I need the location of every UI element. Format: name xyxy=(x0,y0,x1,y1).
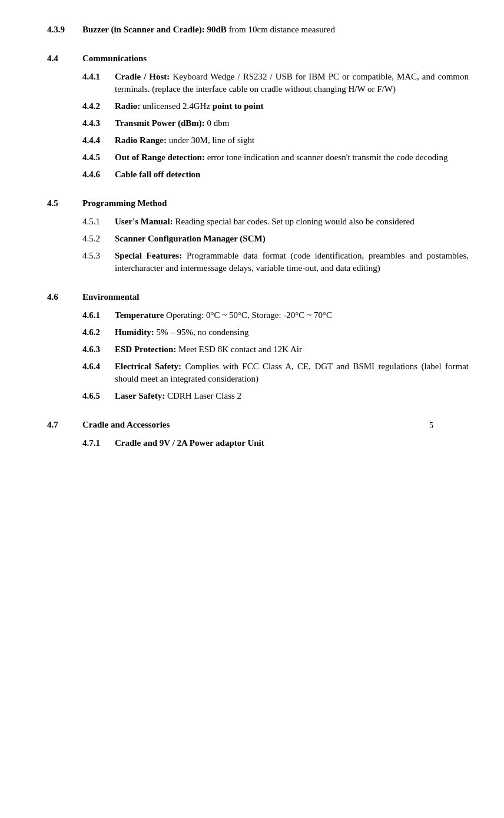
subsection-row-4-7-1: 4.7.1 Cradle and 9V / 2A Power adaptor U… xyxy=(82,437,469,449)
subsection-content-4-5-2: Scanner Configuration Manager (SCM) xyxy=(115,233,469,245)
subsection-row-4-6-4: 4.6.4 Electrical Safety: Complies with F… xyxy=(82,360,469,385)
label-bold-4-5-1: User's Manual: xyxy=(115,217,173,226)
subsection-row-4-6-3: 4.6.3 ESD Protection: Meet ESD 8K contac… xyxy=(82,343,469,356)
subsection-4-5-2: 4.5.2 Scanner Configuration Manager (SCM… xyxy=(82,233,469,245)
subsection-row-4-4-4: 4.4.4 Radio Range: under 30M, line of si… xyxy=(82,134,469,147)
subsection-content-4-5-3: Special Features: Programmable data form… xyxy=(115,250,469,274)
section-4-4: 4.4 Communications 4.4.1 Cradle / Host: … xyxy=(47,52,469,181)
subsection-content-4-4-3: Transmit Power (dBm): 0 dbm xyxy=(115,117,469,130)
label-bold-4-4-4: Radio Range: xyxy=(115,135,167,145)
subsection-content-4-4-4: Radio Range: under 30M, line of sight xyxy=(115,134,469,147)
subsection-4-6-5: 4.6.5 Laser Safety: CDRH Laser Class 2 xyxy=(82,390,469,402)
subsection-num-4-4-6: 4.4.6 xyxy=(82,168,115,181)
section-4-6: 4.6 Environmental 4.6.1 Temperature Oper… xyxy=(47,291,469,402)
label-bold-4-4-3: Transmit Power (dBm): xyxy=(115,118,205,128)
subsection-4-4-5: 4.4.5 Out of Range detection: error tone… xyxy=(82,151,469,164)
subsection-content-4-6-4: Electrical Safety: Complies with FCC Cla… xyxy=(115,360,469,385)
label-bold-4-5-2: Scanner Configuration Manager (SCM) xyxy=(115,234,266,243)
label-bold-4-6-2: Humidity: xyxy=(115,327,154,337)
subsection-num-4-4-3: 4.4.3 xyxy=(82,117,115,130)
subsection-num-4-6-3: 4.6.3 xyxy=(82,343,115,356)
content-4-5-1: Reading special bar codes. Set up clonin… xyxy=(175,217,415,226)
subsection-content-4-7-1: Cradle and 9V / 2A Power adaptor Unit xyxy=(115,437,469,449)
section-title-normal-4-3-9: from 10cm distance measured xyxy=(227,25,335,34)
subsection-4-4-4: 4.4.4 Radio Range: under 30M, line of si… xyxy=(82,134,469,147)
section-title-4-5: Programming Method xyxy=(82,197,167,210)
subsection-4-7-1: 4.7.1 Cradle and 9V / 2A Power adaptor U… xyxy=(82,437,469,449)
subsection-content-4-4-5: Out of Range detection: error tone indic… xyxy=(115,151,469,164)
subsection-num-4-4-4: 4.4.4 xyxy=(82,134,115,147)
subsection-num-4-7-1: 4.7.1 xyxy=(82,437,115,449)
subsection-4-4-2: 4.4.2 Radio: unlicensed 2.4GHz point to … xyxy=(82,100,469,112)
content-normal-4-4-2: unlicensed 2.4GHz xyxy=(142,101,213,111)
subsection-row-4-4-2: 4.4.2 Radio: unlicensed 2.4GHz point to … xyxy=(82,100,469,112)
label-bold-4-6-4: Electrical Safety: xyxy=(115,362,181,371)
section-content-4-3-9: Buzzer (in Scanner and Cradle): 90dB fro… xyxy=(82,24,469,36)
page-number: 5 xyxy=(429,420,433,432)
label-bold-4-4-5: Out of Range detection: xyxy=(115,153,205,162)
subsection-num-4-4-2: 4.4.2 xyxy=(82,100,115,112)
content-4-6-5: CDRH Laser Class 2 xyxy=(167,391,241,400)
content-4-6-2: 5% – 95%, no condensing xyxy=(156,327,248,337)
label-bold-4-6-3: ESD Protection: xyxy=(115,345,176,354)
subsection-row-4-6-5: 4.6.5 Laser Safety: CDRH Laser Class 2 xyxy=(82,390,469,402)
content-4-4-4: under 30M, line of sight xyxy=(169,135,254,145)
section-num-4-4: 4.4 xyxy=(47,52,82,65)
subsection-4-6-2: 4.6.2 Humidity: 5% – 95%, no condensing xyxy=(82,326,469,339)
section-num-4-7: 4.7 xyxy=(47,419,82,431)
subsection-row-4-5-1: 4.5.1 User's Manual: Reading special bar… xyxy=(82,216,469,228)
subsection-content-4-4-1: Cradle / Host: Keyboard Wedge / RS232 / … xyxy=(115,71,469,95)
section-header-4-4: 4.4 Communications xyxy=(47,52,469,65)
section-title-4-4: Communications xyxy=(82,52,147,65)
subsection-num-4-6-2: 4.6.2 xyxy=(82,326,115,339)
subsection-row-4-4-1: 4.4.1 Cradle / Host: Keyboard Wedge / RS… xyxy=(82,71,469,95)
subsection-row-4-4-6: 4.4.6 Cable fall off detection xyxy=(82,168,469,181)
content-4-6-3: Meet ESD 8K contact and 12K Air xyxy=(178,345,302,354)
section-title-bold-4-3-9: Buzzer (in Scanner and Cradle): 90dB xyxy=(82,25,227,34)
label-bold-4-4-6: Cable fall off detection xyxy=(115,170,200,179)
section-num-4-3-9: 4.3.9 xyxy=(47,24,82,36)
content-4-4-3: 0 dbm xyxy=(207,118,230,128)
subsection-num-4-6-5: 4.6.5 xyxy=(82,390,115,402)
label-bold-4-4-2: Radio: xyxy=(115,101,140,111)
section-4-5: 4.5 Programming Method 4.5.1 User's Manu… xyxy=(47,197,469,274)
label-bold-4-4-1: Cradle / Host: xyxy=(115,72,170,81)
subsection-4-5-3: 4.5.3 Special Features: Programmable dat… xyxy=(82,250,469,274)
subsection-num-4-4-5: 4.4.5 xyxy=(82,151,115,164)
section-4-7: 4.7 Cradle and Accessories 4.7.1 Cradle … xyxy=(47,419,469,449)
subsection-row-4-5-2: 4.5.2 Scanner Configuration Manager (SCM… xyxy=(82,233,469,245)
subsection-row-4-6-1: 4.6.1 Temperature Operating: 0°C ~ 50°C,… xyxy=(82,309,469,322)
content-4-6-1: Operating: 0°C ~ 50°C, Storage: -20°C ~ … xyxy=(166,310,332,320)
section-num-4-5: 4.5 xyxy=(47,197,82,210)
content-bold-4-4-2: point to point xyxy=(213,101,264,111)
subsection-num-4-5-3: 4.5.3 xyxy=(82,250,115,262)
subsection-content-4-5-1: User's Manual: Reading special bar codes… xyxy=(115,216,469,228)
label-bold-4-6-1: Temperature xyxy=(115,310,164,320)
subsection-content-4-6-2: Humidity: 5% – 95%, no condensing xyxy=(115,326,469,339)
section-header-4-7: 4.7 Cradle and Accessories xyxy=(47,419,469,431)
subsection-row-4-4-5: 4.4.5 Out of Range detection: error tone… xyxy=(82,151,469,164)
subsection-num-4-5-2: 4.5.2 xyxy=(82,233,115,245)
content-4-4-5: error tone indication and scanner doesn'… xyxy=(207,153,448,162)
section-title-4-6: Environmental xyxy=(82,291,139,303)
subsection-content-4-4-6: Cable fall off detection xyxy=(115,168,469,181)
subsection-num-4-5-1: 4.5.1 xyxy=(82,216,115,228)
section-num-4-6: 4.6 xyxy=(47,291,82,303)
subsection-content-4-4-2: Radio: unlicensed 2.4GHz point to point xyxy=(115,100,469,112)
subsection-row-4-4-3: 4.4.3 Transmit Power (dBm): 0 dbm xyxy=(82,117,469,130)
subsection-num-4-6-4: 4.6.4 xyxy=(82,360,115,373)
section-header-4-6: 4.6 Environmental xyxy=(47,291,469,303)
subsection-row-4-5-3: 4.5.3 Special Features: Programmable dat… xyxy=(82,250,469,274)
label-bold-4-7-1: Cradle and 9V / 2A Power adaptor Unit xyxy=(115,438,264,448)
subsection-4-6-4: 4.6.4 Electrical Safety: Complies with F… xyxy=(82,360,469,385)
section-header-4-5: 4.5 Programming Method xyxy=(47,197,469,210)
subsection-4-5-1: 4.5.1 User's Manual: Reading special bar… xyxy=(82,216,469,228)
section-title-4-7: Cradle and Accessories xyxy=(82,419,170,431)
label-bold-4-5-3: Special Features: xyxy=(115,251,182,260)
subsection-content-4-6-5: Laser Safety: CDRH Laser Class 2 xyxy=(115,390,469,402)
subsection-num-4-6-1: 4.6.1 xyxy=(82,309,115,322)
subsection-4-4-1: 4.4.1 Cradle / Host: Keyboard Wedge / RS… xyxy=(82,71,469,95)
subsection-4-4-3: 4.4.3 Transmit Power (dBm): 0 dbm xyxy=(82,117,469,130)
subsection-content-4-6-3: ESD Protection: Meet ESD 8K contact and … xyxy=(115,343,469,356)
label-bold-4-6-5: Laser Safety: xyxy=(115,391,165,400)
